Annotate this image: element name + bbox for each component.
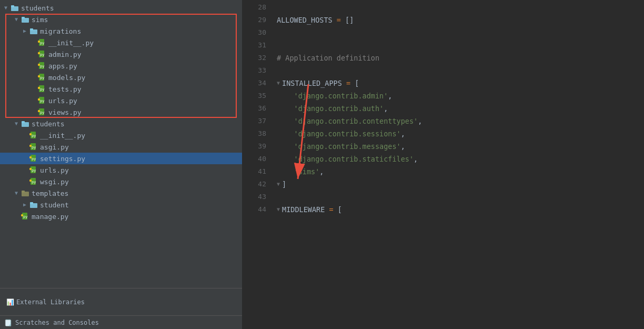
sidebar-item-migrations[interactable]: migrations [0,25,242,37]
code-line-32: # Application definition [277,52,644,64]
token: , [384,102,388,115]
line-num-35: 35 [245,89,266,102]
python-file-icon: py [29,143,38,151]
folder-icon [21,15,29,24]
sidebar-item-asgi-py[interactable]: py asgi.py [0,141,242,153]
sidebar-item-views-py[interactable]: py views.py [0,106,242,118]
token: 'django.contrib.messages' [294,140,401,153]
python-file-icon: py [38,38,46,47]
svg-rect-34 [29,145,32,147]
token: , [319,165,324,178]
item-label: sims [32,16,48,24]
token: 'django.contrib.auth' [294,102,384,115]
item-label: students [21,4,54,12]
sidebar: students sims [0,0,242,329]
line-num-43: 43 [245,191,266,203]
sims-section: sims migrations py [0,14,242,118]
fold-indicator-42[interactable]: ▼ [277,178,280,191]
token: 'django.contrib.contenttypes' [294,115,418,127]
scratches-panel[interactable]: 🗒️ Scratches and Consoles [0,315,242,329]
line-num-31: 31 [245,39,266,52]
sidebar-item-student-folder[interactable]: student [0,199,242,211]
svg-text:py: py [40,76,44,80]
sidebar-item-settings-py[interactable]: py settings.py [0,153,242,164]
python-file-icon: py [38,73,46,82]
python-file-icon: py [29,166,38,174]
expand-arrow [13,120,20,127]
svg-rect-50 [21,214,23,216]
token: 'sims' [294,165,320,178]
line-num-32: 32 [245,52,266,64]
expand-arrow [21,201,28,208]
sidebar-item-tests-py[interactable]: py tests.py [0,83,242,95]
code-line-39: 'django.contrib.messages' , [277,140,644,153]
item-label: urls.py [40,166,69,174]
code-line-31 [277,39,644,52]
line-num-39: 39 [245,140,266,153]
sidebar-item-models-py[interactable]: py models.py [0,72,242,83]
python-file-icon: py [29,154,38,163]
svg-rect-23 [38,98,40,101]
scratches-label: Scratches and Consoles [15,319,99,326]
code-line-29: ALLOWED_HOSTS = [] [277,14,644,26]
svg-rect-1 [11,5,14,7]
item-label: manage.py [32,213,68,221]
svg-rect-5 [30,28,33,31]
code-content[interactable]: ALLOWED_HOSTS = [] # Application definit… [271,0,644,329]
line-num-30: 30 [245,26,266,39]
svg-rect-40 [29,168,32,170]
line-num-29: 29 [245,14,266,26]
file-tree: students sims [0,0,242,288]
code-line-44: ▼ MIDDLEWARE = [ [277,203,644,216]
fold-indicator-34[interactable]: ▼ [277,77,280,89]
token: = [333,14,345,26]
sidebar-item-students[interactable]: students [0,118,242,129]
token: ALLOWED_HOSTS [277,14,333,26]
svg-text:py: py [40,99,44,103]
sidebar-item-urls-py-sims[interactable]: py urls.py [0,95,242,106]
token [277,102,294,115]
svg-text:py: py [40,53,44,57]
svg-text:py: py [32,168,36,173]
svg-text:py: py [32,134,36,138]
svg-text:py: py [40,111,44,115]
token: , [418,115,422,127]
scratches-icon: 🗒️ [4,319,12,326]
expand-arrow [13,190,20,197]
svg-rect-17 [38,75,40,77]
sidebar-item-manage-py[interactable]: py manage.py [0,211,242,222]
expand-arrow [21,27,28,35]
svg-text:py: py [23,215,27,219]
line-num-28: 28 [245,1,266,14]
svg-text:py: py [40,41,44,45]
item-label: models.py [48,74,85,82]
external-libraries-item[interactable]: 📊 External Libraries [4,297,238,307]
line-num-34: 34 [245,77,266,89]
sidebar-item-admin-py[interactable]: py admin.py [0,48,242,60]
sidebar-item-init-py-sims[interactable]: py __init__.py [0,37,242,48]
svg-rect-31 [29,133,32,135]
svg-rect-47 [30,202,33,204]
sidebar-item-sims[interactable]: sims [0,14,242,25]
sidebar-item-apps-py[interactable]: py apps.py [0,60,242,72]
item-label: templates [32,190,68,197]
item-label: __init__.py [48,39,94,47]
sidebar-item-urls-py-students[interactable]: py urls.py [0,164,242,176]
line-num-33: 33 [245,64,266,77]
python-file-icon: py [38,50,46,58]
token: , [388,89,392,102]
token: # Application definition [277,52,379,64]
code-area: 28 29 30 31 32 33 34 35 36 37 38 39 40 4… [245,0,644,329]
sidebar-item-templates[interactable]: templates [0,187,242,199]
fold-indicator-44[interactable]: ▼ [277,203,280,216]
item-label: settings.py [40,155,85,163]
expand-arrow [13,16,20,23]
token [277,153,294,165]
line-numbers: 28 29 30 31 32 33 34 35 36 37 38 39 40 4… [245,0,271,329]
sidebar-item-wsgi-py[interactable]: py wsgi.py [0,176,242,187]
sidebar-item-init-py-students[interactable]: py __init__.py [0,129,242,141]
external-libraries-label: External Libraries [16,298,85,306]
sidebar-item-students-root[interactable]: students [0,2,242,14]
token: = [325,203,337,216]
folder-icon [11,4,19,12]
